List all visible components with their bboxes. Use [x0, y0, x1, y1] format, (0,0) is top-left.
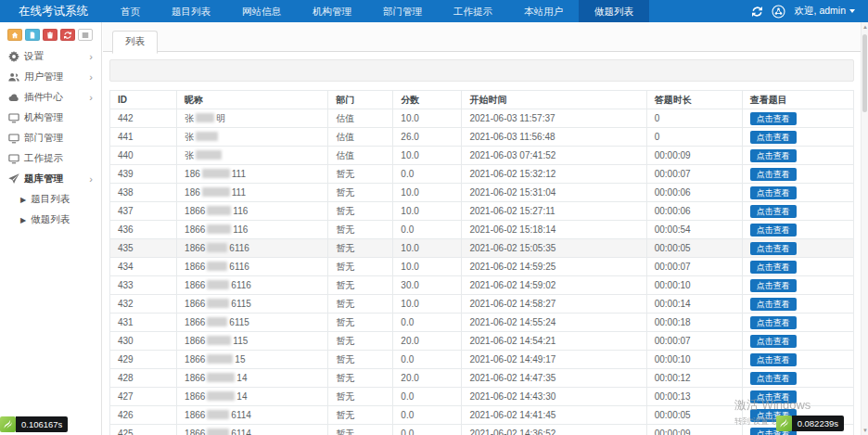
- quick-action-button[interactable]: [43, 29, 57, 41]
- table-row[interactable]: 429 186615 暂无 0.0 2021-06-02 14:49:17 00…: [110, 351, 854, 369]
- cell-department: 暂无: [328, 351, 393, 369]
- cell-id: 427: [110, 388, 177, 406]
- nickname-suffix: 6116: [229, 262, 249, 272]
- view-question-button[interactable]: 点击查看: [750, 112, 797, 125]
- cell-department: 暂无: [328, 221, 393, 239]
- view-question-button[interactable]: 点击查看: [750, 390, 797, 403]
- cell-id: 428: [110, 369, 177, 388]
- refresh-icon[interactable]: [752, 6, 762, 17]
- nickname-prefix: 张: [185, 113, 194, 123]
- monitor-icon: [8, 153, 24, 164]
- quick-action-button[interactable]: [60, 29, 75, 41]
- cell-id: 436: [110, 221, 177, 239]
- scrollbar-thumb[interactable]: [862, 34, 867, 112]
- table-row[interactable]: 437 1866116 暂无 10.0 2021-06-02 15:27:11 …: [110, 202, 854, 221]
- sidebar-menu-item[interactable]: 部门管理: [0, 128, 101, 148]
- sidebar-submenu-item[interactable]: ▶ 做题列表: [0, 210, 101, 230]
- view-question-button[interactable]: 点击查看: [750, 279, 797, 292]
- cloud-icon: [8, 92, 24, 103]
- view-question-button[interactable]: 点击查看: [750, 335, 797, 348]
- view-question-button[interactable]: 点击查看: [750, 261, 797, 274]
- sidebar-menu-item[interactable]: 插件中心 ›: [0, 87, 101, 108]
- sidebar-menu-item[interactable]: 机构管理: [0, 108, 101, 128]
- view-question-button[interactable]: 点击查看: [750, 149, 797, 162]
- cell-score: 20.0: [393, 332, 462, 351]
- table-row[interactable]: 426 18666114 暂无 0.0 2021-06-02 14:41:45 …: [110, 406, 854, 425]
- top-nav-item[interactable]: 部门管理: [367, 0, 438, 22]
- table-row[interactable]: 442 张明 估值 10.0 2021-06-03 11:57:37 0 点击查…: [110, 109, 854, 128]
- cell-start-time: 2021-06-02 14:58:27: [462, 295, 646, 313]
- cell-score: 0.0: [393, 313, 462, 332]
- cell-start-time: 2021-06-02 15:32:12: [462, 165, 646, 184]
- table-row[interactable]: 435 18666116 暂无 10.0 2021-06-02 15:05:35…: [110, 239, 854, 258]
- censored-text: [207, 317, 227, 326]
- chevron-right-icon: ›: [89, 72, 93, 83]
- top-nav-item[interactable]: 做题列表: [579, 0, 649, 22]
- view-question-button[interactable]: 点击查看: [750, 298, 797, 311]
- scroll-up-icon[interactable]: ▲: [862, 24, 868, 30]
- chevron-right-icon: ›: [89, 93, 93, 103]
- sidebar-menu-item[interactable]: 用户管理 ›: [0, 67, 101, 87]
- view-question-button[interactable]: 点击查看: [750, 372, 797, 385]
- table-row[interactable]: 440 张 估值 10.0 2021-06-03 07:41:52 00:00:…: [110, 147, 854, 165]
- view-question-button[interactable]: 点击查看: [750, 168, 797, 181]
- view-question-button[interactable]: 点击查看: [750, 131, 797, 144]
- top-nav-item[interactable]: 工作提示: [438, 0, 508, 22]
- sidebar-menu-item[interactable]: 题库管理 ›: [0, 169, 101, 189]
- cell-nickname: 18666114: [177, 406, 328, 425]
- censored-text: [207, 280, 229, 289]
- cell-nickname: 18666115: [177, 313, 328, 332]
- table-row[interactable]: 438 186111 暂无 10.0 2021-06-02 15:31:04 0…: [110, 184, 854, 202]
- top-nav-item[interactable]: 题目列表: [156, 0, 226, 22]
- cell-start-time: 2021-06-02 14:54:21: [462, 332, 646, 351]
- censored-text: [207, 224, 231, 234]
- tab-list[interactable]: 列表: [112, 31, 158, 54]
- table-row[interactable]: 434 18666116 暂无 10.0 2021-06-02 14:59:25…: [110, 258, 854, 276]
- view-question-button[interactable]: 点击查看: [750, 353, 797, 366]
- view-question-button[interactable]: 点击查看: [750, 186, 797, 199]
- table-row[interactable]: 425 18666114 暂无 0.0 2021-06-02 14:36:52 …: [110, 425, 854, 435]
- nickname-prefix: 1866: [185, 391, 205, 402]
- view-question-button[interactable]: 点击查看: [750, 205, 797, 218]
- filter-bar[interactable]: [109, 59, 854, 82]
- table-body: 442 张明 估值 10.0 2021-06-03 11:57:37 0 点击查…: [110, 109, 854, 435]
- view-question-button[interactable]: 点击查看: [750, 316, 797, 329]
- table-row[interactable]: 431 18666115 暂无 0.0 2021-06-02 14:55:24 …: [110, 313, 854, 332]
- table-row[interactable]: 428 186614 暂无 20.0 2021-06-02 14:47:35 0…: [110, 369, 854, 388]
- cell-score: 0.0: [393, 388, 462, 406]
- table-row[interactable]: 441 张 估值 26.0 2021-06-03 11:56:48 0 点击查看: [110, 128, 854, 147]
- nickname-suffix: 6115: [231, 299, 251, 309]
- table-header-cell: ID: [110, 91, 177, 109]
- top-nav-item[interactable]: 首页: [105, 0, 156, 22]
- view-question-button[interactable]: 点击查看: [750, 242, 797, 255]
- sidebar-menu-item[interactable]: 工作提示: [0, 148, 101, 169]
- cell-nickname: 1866116: [177, 202, 328, 221]
- table-row[interactable]: 436 1866116 暂无 0.0 2021-06-02 15:18:14 0…: [110, 221, 854, 239]
- table-row[interactable]: 430 1866115 暂无 20.0 2021-06-02 14:54:21 …: [110, 332, 854, 351]
- vertical-scrollbar[interactable]: ▲ ▼: [861, 22, 868, 435]
- table-row[interactable]: 432 18666115 暂无 10.0 2021-06-02 14:58:27…: [110, 295, 854, 313]
- quick-action-button[interactable]: [78, 29, 93, 41]
- cell-department: 暂无: [328, 184, 393, 202]
- user-menu[interactable]: 欢迎, admin: [795, 5, 855, 18]
- scroll-down-icon[interactable]: ▼: [862, 428, 868, 433]
- nickname-prefix: 1866: [185, 429, 205, 435]
- quick-action-button[interactable]: [7, 29, 22, 41]
- table-row[interactable]: 439 186111 暂无 0.0 2021-06-02 15:32:12 00…: [110, 165, 854, 184]
- nickname-prefix: 1866: [185, 224, 205, 235]
- top-nav-item[interactable]: 机构管理: [297, 0, 367, 22]
- load-time-right: 0.082239s: [792, 416, 844, 431]
- table-row[interactable]: 427 186614 暂无 0.0 2021-06-02 14:43:30 00…: [110, 388, 854, 406]
- view-question-button[interactable]: 点击查看: [750, 224, 797, 237]
- top-nav-item[interactable]: 本站用户: [508, 0, 579, 22]
- table-row[interactable]: 433 18666116 暂无 30.0 2021-06-02 14:59:02…: [110, 276, 854, 295]
- cell-id: 438: [110, 184, 177, 202]
- cell-department: 暂无: [328, 202, 393, 221]
- top-nav-item[interactable]: 网站信息: [226, 0, 297, 22]
- nickname-prefix: 1866: [185, 336, 205, 346]
- quick-action-button[interactable]: [25, 29, 40, 41]
- cell-duration: 00:00:14: [646, 295, 742, 313]
- share-network-icon[interactable]: [772, 5, 785, 19]
- sidebar-menu-item[interactable]: 设置 ›: [0, 46, 101, 67]
- sidebar-submenu-item[interactable]: ▶ 题目列表: [0, 189, 101, 210]
